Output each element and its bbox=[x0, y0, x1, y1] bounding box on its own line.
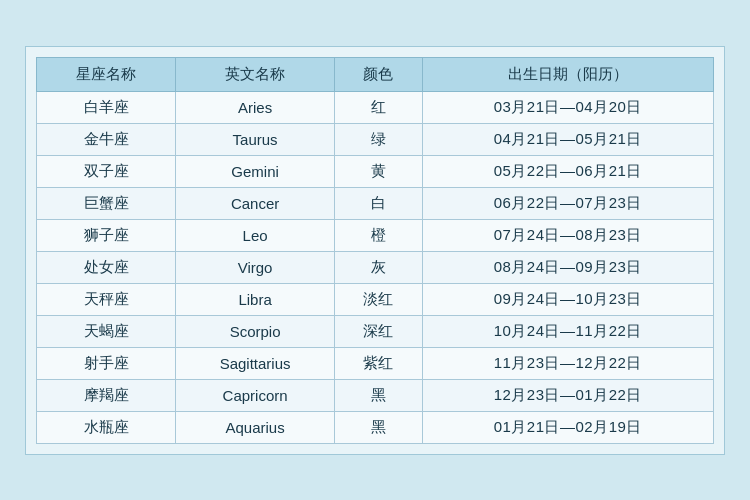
cell-english-name: Capricorn bbox=[176, 379, 334, 411]
header-chinese-name: 星座名称 bbox=[37, 57, 176, 91]
table-header-row: 星座名称 英文名称 颜色 出生日期（阳历） bbox=[37, 57, 714, 91]
cell-color: 深红 bbox=[334, 315, 422, 347]
cell-english-name: Cancer bbox=[176, 187, 334, 219]
table-row: 天秤座Libra淡红09月24日—10月23日 bbox=[37, 283, 714, 315]
cell-dates: 09月24日—10月23日 bbox=[422, 283, 714, 315]
cell-chinese-name: 天秤座 bbox=[37, 283, 176, 315]
header-english-name: 英文名称 bbox=[176, 57, 334, 91]
cell-color: 灰 bbox=[334, 251, 422, 283]
cell-chinese-name: 双子座 bbox=[37, 155, 176, 187]
cell-color: 红 bbox=[334, 91, 422, 123]
cell-chinese-name: 射手座 bbox=[37, 347, 176, 379]
cell-chinese-name: 摩羯座 bbox=[37, 379, 176, 411]
cell-chinese-name: 处女座 bbox=[37, 251, 176, 283]
cell-color: 黄 bbox=[334, 155, 422, 187]
table-row: 处女座Virgo灰08月24日—09月23日 bbox=[37, 251, 714, 283]
zodiac-table-container: 星座名称 英文名称 颜色 出生日期（阳历） 白羊座Aries红03月21日—04… bbox=[25, 46, 725, 455]
cell-chinese-name: 狮子座 bbox=[37, 219, 176, 251]
cell-dates: 12月23日—01月22日 bbox=[422, 379, 714, 411]
cell-english-name: Leo bbox=[176, 219, 334, 251]
cell-english-name: Gemini bbox=[176, 155, 334, 187]
cell-english-name: Libra bbox=[176, 283, 334, 315]
cell-chinese-name: 天蝎座 bbox=[37, 315, 176, 347]
table-row: 白羊座Aries红03月21日—04月20日 bbox=[37, 91, 714, 123]
cell-english-name: Sagittarius bbox=[176, 347, 334, 379]
cell-color: 绿 bbox=[334, 123, 422, 155]
cell-dates: 04月21日—05月21日 bbox=[422, 123, 714, 155]
table-body: 白羊座Aries红03月21日—04月20日金牛座Taurus绿04月21日—0… bbox=[37, 91, 714, 443]
cell-dates: 10月24日—11月22日 bbox=[422, 315, 714, 347]
cell-color: 淡红 bbox=[334, 283, 422, 315]
table-row: 狮子座Leo橙07月24日—08月23日 bbox=[37, 219, 714, 251]
cell-dates: 07月24日—08月23日 bbox=[422, 219, 714, 251]
cell-dates: 08月24日—09月23日 bbox=[422, 251, 714, 283]
cell-english-name: Aries bbox=[176, 91, 334, 123]
table-row: 金牛座Taurus绿04月21日—05月21日 bbox=[37, 123, 714, 155]
cell-dates: 01月21日—02月19日 bbox=[422, 411, 714, 443]
cell-english-name: Taurus bbox=[176, 123, 334, 155]
cell-dates: 06月22日—07月23日 bbox=[422, 187, 714, 219]
cell-dates: 11月23日—12月22日 bbox=[422, 347, 714, 379]
cell-english-name: Scorpio bbox=[176, 315, 334, 347]
table-row: 摩羯座Capricorn黑12月23日—01月22日 bbox=[37, 379, 714, 411]
cell-english-name: Virgo bbox=[176, 251, 334, 283]
table-row: 射手座Sagittarius紫红11月23日—12月22日 bbox=[37, 347, 714, 379]
zodiac-table: 星座名称 英文名称 颜色 出生日期（阳历） 白羊座Aries红03月21日—04… bbox=[36, 57, 714, 444]
cell-english-name: Aquarius bbox=[176, 411, 334, 443]
cell-color: 橙 bbox=[334, 219, 422, 251]
table-row: 双子座Gemini黄05月22日—06月21日 bbox=[37, 155, 714, 187]
cell-color: 黑 bbox=[334, 411, 422, 443]
table-row: 天蝎座Scorpio深红10月24日—11月22日 bbox=[37, 315, 714, 347]
cell-color: 黑 bbox=[334, 379, 422, 411]
cell-chinese-name: 金牛座 bbox=[37, 123, 176, 155]
table-row: 巨蟹座Cancer白06月22日—07月23日 bbox=[37, 187, 714, 219]
header-color: 颜色 bbox=[334, 57, 422, 91]
cell-color: 白 bbox=[334, 187, 422, 219]
cell-dates: 05月22日—06月21日 bbox=[422, 155, 714, 187]
cell-dates: 03月21日—04月20日 bbox=[422, 91, 714, 123]
cell-color: 紫红 bbox=[334, 347, 422, 379]
cell-chinese-name: 巨蟹座 bbox=[37, 187, 176, 219]
cell-chinese-name: 白羊座 bbox=[37, 91, 176, 123]
table-row: 水瓶座Aquarius黑01月21日—02月19日 bbox=[37, 411, 714, 443]
header-birth-date: 出生日期（阳历） bbox=[422, 57, 714, 91]
cell-chinese-name: 水瓶座 bbox=[37, 411, 176, 443]
